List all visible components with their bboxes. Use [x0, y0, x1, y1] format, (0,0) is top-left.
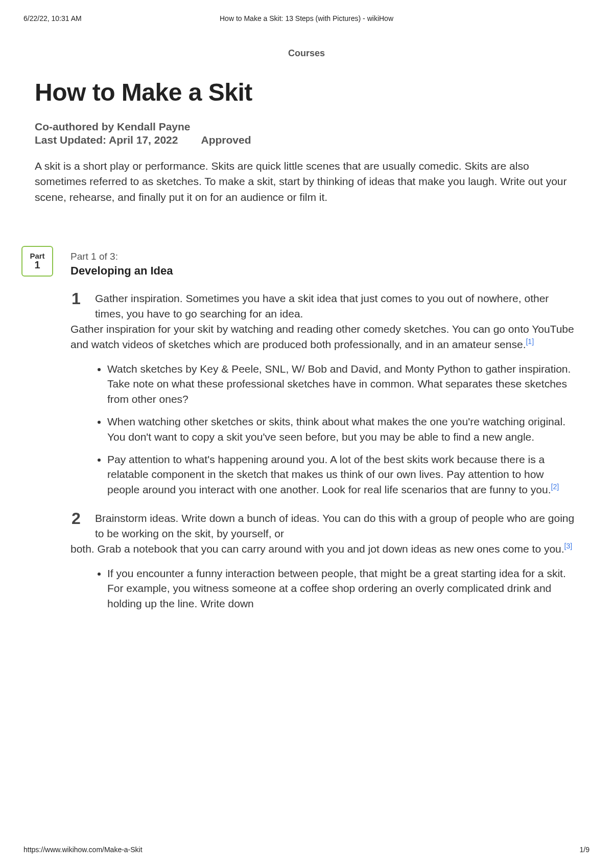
print-url: https://www.wikihow.com/Make-a-Skit: [23, 846, 143, 854]
step-2-bullets: If you encounter a funny interaction bet…: [93, 566, 578, 611]
print-doc-title: How to Make a Skit: 13 Steps (with Pictu…: [0, 14, 613, 22]
step-number: 1: [72, 289, 81, 308]
step-number: 2: [72, 509, 81, 528]
reference-3[interactable]: [3]: [564, 542, 573, 550]
step-2-title: Brainstorm ideas.: [95, 512, 181, 524]
article-intro: A skit is a short play or performance. S…: [35, 158, 578, 205]
step-1-text-b: Gather inspiration for your skit by watc…: [70, 323, 574, 350]
nav-courses[interactable]: Courses: [0, 48, 613, 59]
reference-1[interactable]: [1]: [526, 337, 534, 346]
part-title: Developing an Idea: [70, 264, 578, 278]
step-1-body-first: Gather inspiration. Sometimes you have a…: [95, 291, 578, 322]
reference-2[interactable]: [2]: [551, 483, 559, 491]
article-body: How to Make a Skit Co-authored by Kendal…: [0, 78, 613, 611]
part-badge: Part 1: [21, 246, 53, 277]
article-meta: Last Updated: April 17, 2022 Approved: [35, 134, 578, 146]
part-1-section: Part 1 Part 1 of 3: Developing an Idea 1…: [35, 251, 578, 611]
list-item: If you encounter a funny interaction bet…: [107, 566, 578, 611]
step-2-body-rest: both. Grab a notebook that you can carry…: [70, 541, 578, 557]
list-item: Watch sketches by Key & Peele, SNL, W/ B…: [107, 361, 578, 407]
list-item-text: Pay attention to what's happening around…: [107, 453, 551, 496]
print-header: 6/22/22, 10:31 AM How to Make a Skit: 13…: [0, 0, 613, 22]
step-2-body-first: Brainstorm ideas. Write down a bunch of …: [95, 511, 578, 541]
coauthored-by: Co-authored by Kendall Payne: [35, 121, 578, 133]
step-1-title: Gather inspiration.: [95, 292, 185, 304]
approved-badge: Approved: [201, 134, 251, 146]
print-footer: https://www.wikihow.com/Make-a-Skit 1/9: [23, 846, 590, 854]
step-1: 1 Gather inspiration. Sometimes you have…: [70, 291, 578, 497]
print-page-num: 1/9: [580, 846, 590, 854]
part-eyebrow: Part 1 of 3:: [70, 251, 578, 262]
list-item: Pay attention to what's happening around…: [107, 452, 578, 497]
step-1-bullets: Watch sketches by Key & Peele, SNL, W/ B…: [93, 361, 578, 498]
step-1-body-rest: Gather inspiration for your skit by watc…: [70, 322, 578, 352]
article-title: How to Make a Skit: [35, 78, 578, 106]
part-badge-number: 1: [34, 259, 40, 271]
step-2-text-b: both. Grab a notebook that you can carry…: [70, 543, 564, 555]
list-item: When watching other sketches or skits, t…: [107, 414, 578, 445]
step-2: 2 Brainstorm ideas. Write down a bunch o…: [70, 511, 578, 611]
last-updated: Last Updated: April 17, 2022: [35, 134, 178, 146]
